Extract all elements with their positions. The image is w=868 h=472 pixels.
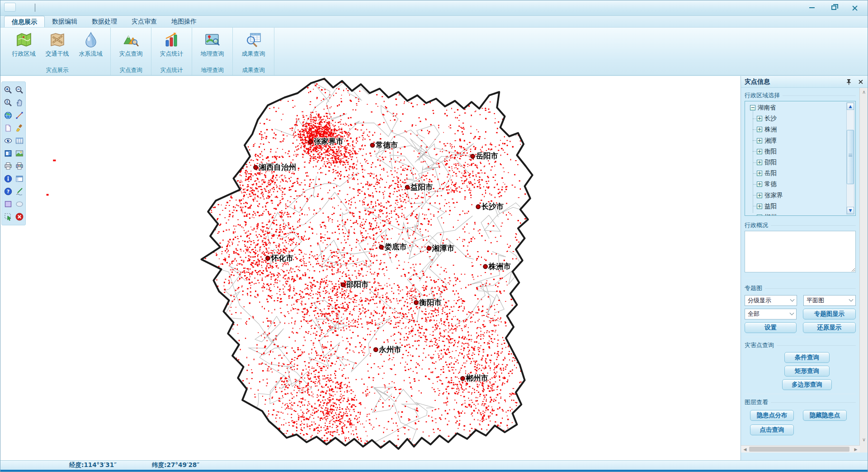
sketch-pen-tool[interactable] — [14, 185, 25, 198]
pan-hand-tool[interactable] — [14, 96, 25, 109]
traffic-line-button[interactable]: 交通干线 — [41, 30, 74, 59]
region-select-caption: 行政区域选择 — [745, 91, 856, 100]
tree-item-3[interactable]: +衡阳 — [753, 147, 777, 157]
tab-data-edit[interactable]: 数据编辑 — [45, 16, 85, 27]
map-image-tool[interactable] — [14, 147, 25, 160]
info-tool[interactable] — [2, 172, 14, 185]
zoom-in-tool[interactable] — [2, 84, 14, 96]
h-scroll-thumb[interactable] — [749, 447, 849, 452]
rectangle-query-button[interactable]: 矩形查询 — [784, 366, 830, 377]
restore-display-button[interactable]: 还原显示 — [803, 322, 856, 333]
collapse-icon[interactable]: − — [750, 105, 755, 110]
restore-button[interactable] — [826, 3, 841, 12]
geo-query-button[interactable]: 地理查询 — [196, 30, 229, 59]
panel-vertical-scrollbar[interactable]: ∧ ∨ — [859, 88, 868, 453]
rect-window-tool[interactable] — [2, 198, 14, 210]
pin-icon[interactable] — [844, 77, 853, 86]
map-canvas[interactable] — [0, 76, 741, 460]
select-marquee-tool[interactable] — [2, 210, 14, 223]
disaster-query-icon — [123, 31, 140, 48]
globe-tool[interactable] — [2, 109, 14, 122]
close-button[interactable] — [847, 3, 862, 12]
scroll-right-icon[interactable]: ▶ — [853, 447, 859, 452]
help-tool[interactable]: ? — [2, 185, 14, 198]
result-query-button[interactable]: 成果查询 — [237, 30, 270, 59]
expand-icon[interactable]: + — [757, 149, 762, 154]
hazard-distribution-button[interactable]: 隐患点分布 — [750, 410, 794, 421]
brush-tool[interactable] — [14, 122, 25, 134]
ribbon-group-disaster-stats: 灾点统计 灾点统计 — [151, 28, 192, 75]
tree-scroll-thumb[interactable] — [847, 130, 854, 184]
click-query-button[interactable]: 点击查询 — [750, 424, 794, 435]
expand-icon[interactable]: + — [757, 204, 762, 209]
overview-caption: 行政概况 — [745, 221, 856, 229]
layer-window-tool[interactable] — [2, 147, 14, 160]
blank-page-tool[interactable] — [2, 122, 14, 134]
scroll-left-icon[interactable]: ◀ — [742, 447, 748, 452]
scroll-down-icon[interactable]: ▼ — [847, 207, 854, 214]
scroll-up-icon[interactable]: ▲ — [847, 103, 854, 110]
tree-item-label: 湘潭 — [764, 137, 777, 145]
expand-icon[interactable]: + — [757, 116, 762, 121]
scroll-down-icon[interactable]: ∨ — [861, 437, 867, 443]
all-filter-select[interactable]: 全部 — [745, 309, 797, 319]
ribbon-group-disaster-display: 行政区域 交通干线 水系流域 — [4, 28, 111, 75]
tab-map-operation[interactable]: 地图操作 — [164, 16, 204, 27]
tree-item-9[interactable]: +郴州 — [753, 212, 777, 216]
water-system-button[interactable]: 水系流域 — [74, 30, 108, 59]
ellipse-tool[interactable] — [14, 198, 25, 210]
panel-horizontal-scrollbar[interactable]: ◀ ▶ — [741, 445, 860, 453]
expand-icon[interactable]: + — [757, 160, 762, 165]
thematic-show-button[interactable]: 专题图显示 — [803, 309, 856, 319]
app-menu-button[interactable] — [4, 3, 16, 12]
tree-item-7[interactable]: +张家界 — [753, 191, 783, 200]
delete-tool[interactable] — [14, 210, 25, 223]
expand-icon[interactable]: + — [757, 138, 762, 143]
map-city-label: 湘西自治州 — [259, 162, 296, 172]
grade-display-select[interactable]: 分级显示 — [745, 295, 797, 306]
overview-textarea[interactable] — [745, 231, 856, 272]
table-grid-tool[interactable] — [14, 134, 25, 147]
tab-disaster-review[interactable]: 灾点审查 — [124, 16, 164, 27]
disaster-query-button[interactable]: 灾点查询 — [114, 30, 148, 59]
tree-item-hunan[interactable]: −湖南省 — [750, 103, 776, 113]
condition-query-button[interactable]: 条件查询 — [784, 352, 830, 363]
button-label: 灾点统计 — [160, 50, 184, 58]
measure-line-tool[interactable] — [14, 109, 25, 122]
tab-data-process[interactable]: 数据处理 — [85, 16, 124, 27]
rect-window-icon — [4, 200, 13, 209]
zoom-extent-tool[interactable] — [2, 96, 14, 109]
printer-tool[interactable] — [2, 160, 14, 172]
tree-item-2[interactable]: +湘潭 — [753, 136, 777, 146]
expand-icon[interactable]: + — [757, 127, 762, 132]
expand-icon[interactable]: + — [757, 193, 762, 198]
minimize-button[interactable] — [804, 3, 820, 12]
tree-item-4[interactable]: +邵阳 — [753, 157, 777, 167]
polygon-query-button[interactable]: 多边形查询 — [782, 379, 832, 390]
zoom-extent-icon — [4, 98, 13, 107]
tree-item-6[interactable]: +常德 — [753, 179, 777, 189]
expand-icon[interactable]: + — [757, 171, 762, 176]
tree-scrollbar[interactable]: ▲ ▼ — [846, 102, 854, 215]
ribbon-group-label: 灾点查询 — [120, 65, 142, 75]
scroll-up-icon[interactable]: ∧ — [861, 90, 867, 95]
tree-item-8[interactable]: +益阳 — [753, 201, 777, 211]
color-printer-tool[interactable] — [14, 160, 25, 172]
tree-item-5[interactable]: +岳阳 — [753, 168, 777, 178]
admin-region-button[interactable]: 行政区域 — [7, 30, 41, 59]
expand-icon[interactable]: + — [757, 181, 762, 187]
window-panel-tool[interactable] — [14, 172, 25, 185]
eye-tool[interactable] — [2, 134, 14, 147]
longitude-readout: 经度:114°3′31″ — [69, 461, 117, 469]
zoom-out-tool[interactable] — [14, 84, 25, 96]
panel-close-icon[interactable] — [856, 77, 865, 86]
disaster-stats-button[interactable]: 灾点统计 — [155, 30, 189, 59]
expand-icon[interactable]: + — [757, 215, 762, 216]
tree-item-1[interactable]: +株洲 — [753, 124, 777, 134]
tab-info-display[interactable]: 信息展示 — [4, 16, 45, 27]
settings-button[interactable]: 设置 — [745, 322, 797, 333]
latitude-readout: 纬度:27°49′28″ — [152, 461, 199, 469]
plane-map-select[interactable]: 平面图 — [803, 295, 856, 306]
tree-item-0[interactable]: +长沙 — [753, 114, 777, 124]
hide-hazard-button[interactable]: 隐藏隐患点 — [803, 410, 847, 421]
